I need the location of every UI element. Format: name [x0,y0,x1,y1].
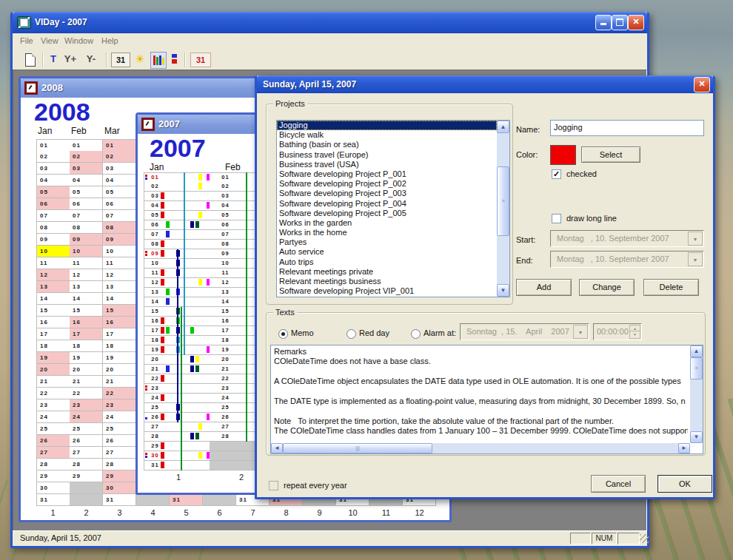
calendar-day-cell[interactable]: 23 [103,399,136,411]
scroll-left-button[interactable]: ◄ [271,443,283,453]
calendar-day-cell[interactable]: 14 [103,293,136,305]
calendar-day-cell[interactable]: 17 [70,328,103,340]
calendar-day-cell[interactable]: 21 [103,376,136,388]
calendar-day-cell[interactable]: 24 [70,411,103,423]
menu-help[interactable]: Help [101,36,118,45]
calendar-day-cell[interactable]: 15 [36,305,70,317]
calendar-day-cell[interactable]: 27 [144,422,210,432]
calendar-day-cell[interactable] [70,494,103,506]
calendar-day-cell[interactable]: 06 [103,198,136,210]
calendar-day-cell[interactable]: 02 [144,182,210,192]
calendar-day-cell[interactable]: 30 [103,482,136,494]
calendar-day-cell[interactable]: 19 [103,352,136,364]
project-list-item[interactable]: Bathing (basin or sea) [277,140,497,149]
calendar-day-cell[interactable]: 05 [103,186,136,198]
project-list-item[interactable]: Relevant meetings business [277,277,497,286]
calendar-day-cell[interactable]: 25 [70,423,103,435]
calendar-day-cell[interactable]: 02 [103,151,136,163]
memo-vscrollbar[interactable]: ▲ ≡ ▼ [690,345,703,443]
calendar-day-cell[interactable]: 11 [36,257,70,269]
calendar-day-cell[interactable]: 26 [103,435,136,447]
calendar-day-cell[interactable]: 02 [70,151,103,163]
calendar-day-cell[interactable]: 09 [36,234,70,246]
calendar-day-cell[interactable]: 15 [103,305,136,317]
calendar-day-cell[interactable] [70,482,103,494]
calendar-day-cell[interactable]: 04 [144,201,210,211]
project-list-item[interactable]: Works in the garden [277,218,497,228]
new-document-button[interactable] [23,53,38,67]
dialog-titlebar[interactable]: Sunday, April 15, 2007 ✕ [257,75,713,93]
maximize-button[interactable] [612,15,628,30]
calendar-day-cell[interactable]: 24 [36,411,70,423]
red-day-radio[interactable] [347,329,356,339]
calendar-day-cell[interactable]: 16 [103,317,136,328]
calendar-day-cell[interactable]: 10 [36,246,70,257]
calendar-day-cell[interactable]: 29 [144,442,210,451]
calendar-day-cell[interactable]: 05 [36,186,70,198]
calendar-day-cell[interactable]: 12 [103,269,136,281]
calendar-day-cell[interactable]: 07 [103,210,136,222]
calendar-day-cell[interactable]: 06 [144,220,210,230]
project-list-item[interactable]: Software developing Project P_004 [277,199,497,209]
calendar-day-cell[interactable]: 12 [36,269,70,281]
color-select-button[interactable]: Select [581,146,640,163]
calendar-day-cell[interactable]: 20 [70,364,103,376]
change-button[interactable]: Change [579,279,635,296]
project-list-item[interactable]: Partyes [277,237,497,247]
calendar-day-cell[interactable]: 16 [36,317,70,328]
calendar-day-cell[interactable]: 18 [103,340,136,352]
main-titlebar[interactable]: VIDay - 2007 ✕ [13,12,647,33]
project-list-item[interactable]: Software developing Project P_005 [277,209,497,218]
projects-scrollbar[interactable]: ▲ ≡ ▼ [497,121,509,297]
checked-checkbox[interactable]: ✓ [552,169,561,179]
calendar-day-cell[interactable]: 03 [36,163,70,175]
project-list-item[interactable]: Bicycle walk [277,130,497,140]
alarm-radio[interactable] [411,329,421,339]
project-list-item[interactable]: Relevant meetings private [277,267,497,277]
calendar-day-cell[interactable]: 18 [36,340,70,352]
calendar-day-cell[interactable]: 27 [70,447,103,459]
calendar-day-cell[interactable]: 08 [70,222,103,234]
calendar-day-cell[interactable]: 01 [103,139,136,152]
scrollbar-thumb[interactable]: ||| [283,443,432,453]
menu-file[interactable]: File [20,36,33,45]
minimize-button[interactable] [595,15,612,30]
calendar-day-cell[interactable]: 13 [70,281,103,293]
calendar-day-cell[interactable]: 08 [144,240,210,249]
calendar-day-cell[interactable]: 16 [70,317,103,328]
calendar-day-cell[interactable]: 26 [36,435,70,447]
calendar-day-cell[interactable]: 31 [144,461,210,470]
calendar-day-cell[interactable]: 01 [36,139,70,152]
project-list-item[interactable]: Jogging [277,121,497,130]
calendar-day-cell[interactable]: 28 [103,459,136,470]
calendar-day-cell[interactable]: 22 [103,388,136,399]
resize-grip[interactable] [640,534,649,543]
calendar-day-cell[interactable]: 08 [36,222,70,234]
calendar-day-cell[interactable]: 04 [103,175,136,186]
delete-button[interactable]: Delete [643,279,699,296]
calendar-day-cell[interactable]: 11 [70,257,103,269]
calendar-day-cell[interactable]: 20 [103,364,136,376]
calendar-day-cell[interactable]: 04 [36,175,70,186]
project-list-item[interactable]: Software developing Project P_001 [277,169,497,179]
project-list-item[interactable]: Auto service [277,247,497,257]
chevron-down-icon[interactable]: ▼ [688,232,703,246]
color-bars-button[interactable] [150,52,167,69]
calendar-day-cell[interactable]: 06 [70,198,103,210]
scroll-down-button[interactable]: ▼ [497,284,509,297]
calendar-day-cell[interactable]: 25 [103,423,136,435]
calendar-day-cell[interactable]: 10 [70,246,103,257]
spinner-down-icon[interactable]: ▼ [629,331,640,339]
projects-listbox[interactable]: JoggingBicycle walkBathing (basin or sea… [276,120,510,297]
start-combo[interactable]: Montag , 10. September 2007 ▼ [550,230,704,247]
calendar-day-cell[interactable]: 06 [36,198,70,210]
calendar-day-cell[interactable]: 04 [70,175,103,186]
calendar-day-cell[interactable]: 23 [70,399,103,411]
project-list-item[interactable]: Software developing Project VIP_001 [277,286,497,296]
calendar-day-cell[interactable]: 28 [144,432,210,442]
calendar-day-cell[interactable]: 22 [70,388,103,399]
text-tool-button[interactable]: T [47,51,60,67]
alarm-date-combo[interactable]: Sonntag , 15. April 2007 ▼ [460,323,589,340]
calendar-day-cell[interactable]: 07 [36,210,70,222]
calendar-day-cell[interactable]: 14 [36,293,70,305]
